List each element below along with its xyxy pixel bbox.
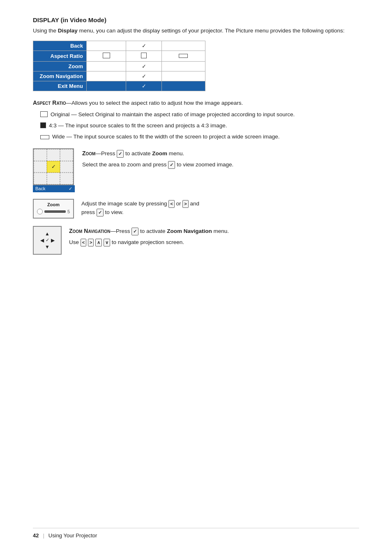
nav-up-arrow: ▲: [45, 231, 50, 237]
zoom-scale-text: Adjust the image scale by pressing < or …: [81, 200, 359, 217]
aspect-ratio-heading: Aspect Ratio: [33, 99, 66, 106]
zoom-heading: Zoom: [82, 150, 95, 157]
footer: 42 | Using Your Projector: [33, 516, 359, 539]
zoom-and-text: and: [190, 200, 200, 207]
zoom-nav-heading-para: Zoom Navigation—Press ✓ to activate Zoom…: [69, 227, 359, 236]
zoom-nav-wrap: ▲ ◀ ✓ ▶ ▼: [33, 226, 62, 255]
zoom-section: ✓ Back ✓ Zoom—Press ✓ to activate Zoom m…: [33, 148, 359, 192]
aspect-ratio-heading-para: Aspect Ratio—Allows you to select the as…: [33, 99, 359, 108]
zoom-scale-bar: [44, 210, 66, 213]
zoom-cell-8: [60, 173, 73, 184]
nav-left-arrow: ◀: [40, 237, 44, 243]
bullet-icon-43: [40, 122, 46, 131]
nav-down-arrow: ▼: [45, 244, 50, 250]
zoom-cell-3: [34, 161, 47, 173]
zoom-cell-7: [47, 173, 60, 184]
intro-text: Using the Display menu, you can adjust t…: [33, 27, 359, 35]
zoom-grid-footer: Back ✓: [33, 185, 75, 192]
zoom-nav-description: Zoom Navigation—Press ✓ to activate Zoom…: [69, 226, 359, 247]
zoom-nav-use-text: Use < > ∧ ∨ to navigate projection scree…: [69, 238, 359, 247]
zoom-right-btn: >: [182, 200, 188, 208]
zoom-nav-heading: Zoom Navigation: [69, 228, 111, 234]
zoom-left-btn: <: [168, 200, 174, 208]
bullet-wide: Wide — The input source scales to fit th…: [40, 132, 359, 143]
bullet-icon-wide: [40, 133, 49, 143]
zoom-cell-5: [60, 161, 73, 173]
zoom-nav-down-row: ▼: [45, 244, 50, 250]
table-row-back: Back ✓: [33, 41, 205, 51]
bullet-original: Original — Select Original to maintain t…: [40, 110, 359, 120]
znav-right-btn: >: [88, 239, 94, 246]
section-title: DISPLAY (in Video Mode): [33, 16, 359, 23]
zoom-description: Zoom—Press ✓ to activate Zoom menu. Sele…: [82, 148, 359, 169]
bullet-icon-original: [40, 111, 48, 120]
table-row-zoom: Zoom ✓: [33, 62, 205, 71]
zoom-cell-0: [34, 149, 47, 161]
footer-text: Using Your Projector: [48, 532, 97, 539]
footer-content: 42 | Using Your Projector: [33, 532, 359, 539]
zoom-scale-number: 5: [67, 209, 70, 214]
zoom-scale-section: Zoom 5 Adjust the image scale by pressin…: [33, 199, 359, 219]
footer-page-number: 42: [33, 532, 39, 539]
zoom-scale-circle: [37, 209, 43, 214]
zoom-scale-wrap: Zoom 5: [33, 199, 74, 219]
zoom-select-text: Select the area to zoom and press ✓ to v…: [82, 161, 359, 169]
zoom-cell-6: [34, 173, 47, 184]
znav-up-btn: ∧: [95, 239, 102, 246]
footer-separator: |: [43, 532, 44, 539]
zoom-nav-mid-row: ◀ ✓ ▶: [40, 237, 55, 243]
zoom-view-btn: ✓: [168, 161, 175, 169]
zoom-grid-wrap: ✓ Back ✓: [33, 148, 75, 192]
zoom-cell-4-selected: ✓: [47, 161, 60, 173]
zoom-cell-2: [60, 149, 73, 161]
zoom-scale-label: Zoom: [37, 202, 70, 207]
nav-right-arrow: ▶: [51, 237, 55, 243]
zoom-check-btn: ✓: [117, 150, 124, 158]
bullet-43: 4:3 — The input source scales to fit the…: [40, 121, 359, 131]
table-row-zoom-nav: Zoom Navigation ✓: [33, 71, 205, 81]
zoom-press-view-btn: ✓: [97, 209, 104, 216]
menu-table: Back ✓ Aspect Ratio Zoom ✓ Zoom Navigati…: [33, 41, 205, 91]
zoom-scale-description: Adjust the image scale by pressing < or …: [81, 199, 359, 217]
table-row-aspect: Aspect Ratio: [33, 51, 205, 62]
zoom-scale-bar-row: 5: [37, 209, 70, 214]
zoom-nav-check-btn: ✓: [131, 228, 138, 235]
table-row-exit: Exit Menu ✓: [33, 81, 205, 91]
zoom-nav-up-row: ▲: [45, 231, 50, 237]
zoom-nav-section: ▲ ◀ ✓ ▶ ▼ Zoom Navigation—Press ✓ to act…: [33, 226, 359, 255]
aspect-ratio-section: Aspect Ratio—Allows you to select the as…: [33, 99, 359, 143]
zoom-cell-1: [47, 149, 60, 161]
zoom-grid: ✓: [33, 148, 74, 185]
znav-left-btn: <: [81, 239, 86, 246]
nav-check: ✓: [46, 237, 49, 243]
znav-down-btn: ∨: [104, 239, 110, 246]
aspect-ratio-bullets: Original — Select Original to maintain t…: [40, 110, 359, 143]
zoom-heading-para: Zoom—Press ✓ to activate Zoom menu.: [82, 149, 359, 158]
